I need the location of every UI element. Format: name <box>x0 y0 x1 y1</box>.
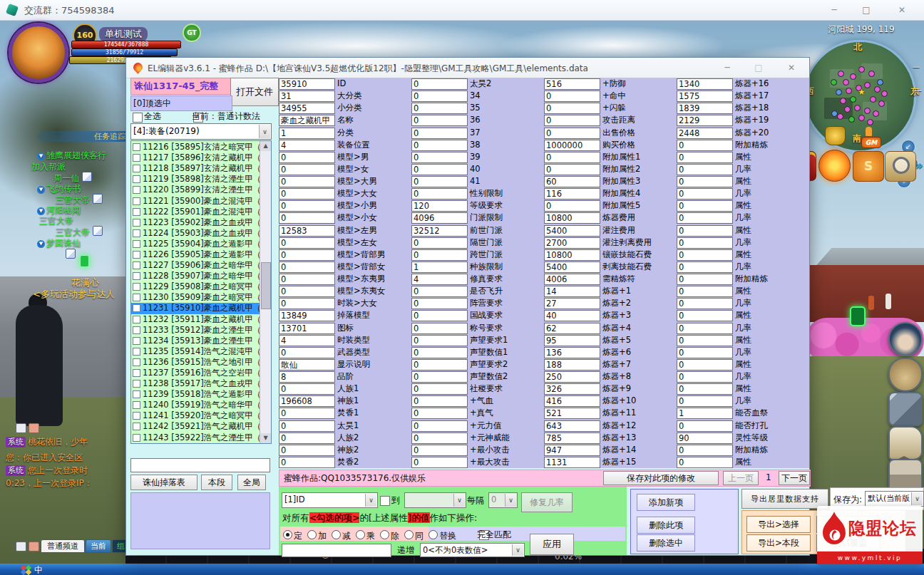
field-value-input[interactable]: 0 <box>279 298 335 309</box>
field-value-input[interactable]: 2700 <box>544 237 600 249</box>
item-checkbox[interactable] <box>133 348 140 356</box>
item-checkbox[interactable] <box>133 304 140 312</box>
to-checkbox[interactable] <box>380 496 390 506</box>
list-item[interactable]: 11216 [35895]玄清之暗冥甲（女 <box>131 142 260 152</box>
field-value-input[interactable]: 120 <box>411 200 468 212</box>
segment-button[interactable]: 本段 <box>201 475 232 490</box>
field-value-input[interactable]: 95 <box>544 335 600 346</box>
radio-7[interactable]: 替换 <box>428 531 456 541</box>
npc[interactable] <box>868 296 874 310</box>
field-value-input[interactable]: 1575 <box>677 90 733 102</box>
field-value-input[interactable]: 0 <box>677 152 733 163</box>
memo-box[interactable] <box>130 492 270 549</box>
zoom-tick[interactable]: 十 <box>915 87 922 97</box>
os-taskbar[interactable] <box>0 564 924 575</box>
field-value-input[interactable]: 0 <box>279 286 335 297</box>
field-value-input[interactable]: 0 <box>279 237 335 249</box>
chat-lock-icon[interactable] <box>16 542 26 551</box>
item-checkbox[interactable] <box>133 272 140 280</box>
radio-circle[interactable] <box>356 530 365 539</box>
radio-circle[interactable] <box>428 530 438 539</box>
quest-scroll-icon[interactable] <box>82 172 92 182</box>
field-value-input[interactable]: 0 <box>677 200 733 212</box>
radio-1[interactable]: 定 <box>283 531 302 541</box>
field-value-input[interactable]: 0 <box>677 347 733 358</box>
add-item-button[interactable]: 添加新项 <box>637 494 695 511</box>
list-item[interactable]: 11240 [35919]浩气之暗华甲（男 <box>131 400 260 410</box>
field-value-input[interactable]: 947 <box>544 445 600 456</box>
field-value-input[interactable]: 0 <box>677 298 733 309</box>
field-value-input[interactable]: 0 <box>411 90 468 102</box>
list-item[interactable]: 11236 [35915]浩气之地引甲（男 <box>131 357 260 368</box>
field-value-input[interactable]: 0 <box>411 395 468 407</box>
field-value-input[interactable]: 0 <box>677 212 733 224</box>
field-value-input[interactable]: 0 <box>411 188 468 200</box>
item-checkbox[interactable] <box>133 358 140 366</box>
field-value-input[interactable]: 10800 <box>544 249 600 261</box>
category-dropdown[interactable]: [4]:装备(20719) ∨ <box>130 123 272 140</box>
field-value-input[interactable]: 0 <box>279 212 335 224</box>
field-value-input[interactable]: 0 <box>411 152 468 163</box>
field-value-input[interactable]: 0 <box>677 286 733 297</box>
field-value-input[interactable]: 5400 <box>544 261 600 273</box>
field-value-input[interactable]: 250 <box>544 371 600 383</box>
item-checkbox[interactable] <box>133 261 140 269</box>
field-value-input[interactable]: 4 <box>279 140 335 151</box>
item-checkbox[interactable] <box>133 165 140 172</box>
field-value-input[interactable]: 27 <box>544 298 600 309</box>
field-value-input[interactable]: 0 <box>411 140 468 151</box>
list-item[interactable]: 11233 [35912]豪血之湮生甲（男 <box>131 325 260 336</box>
minimize-button[interactable]: ─ <box>823 3 845 17</box>
field-value-input[interactable]: 0 <box>411 347 468 358</box>
quest-scroll-icon[interactable] <box>888 426 923 460</box>
field-value-input[interactable]: 0 <box>677 176 733 187</box>
field-value-input[interactable]: 2129 <box>677 115 733 126</box>
item-checkbox[interactable] <box>133 219 140 227</box>
field-value-input[interactable]: 521 <box>544 408 600 419</box>
list-item[interactable]: 11232 [35911]豪血之藏机甲（女 <box>131 314 260 325</box>
field-value-input[interactable]: 1 <box>279 128 335 139</box>
chat-eraser-icon[interactable] <box>29 542 39 551</box>
field-value-input[interactable]: 0 <box>279 164 335 175</box>
field-value-input[interactable]: 0 <box>279 200 335 212</box>
field-value-input[interactable]: 0 <box>677 237 733 249</box>
delete-item-button[interactable]: 删除此项 <box>637 517 695 534</box>
field-value-input[interactable]: 0 <box>677 188 733 200</box>
field-value-input[interactable]: 0 <box>279 188 335 200</box>
field-value-input[interactable]: 4096 <box>411 212 468 224</box>
quest-scroll-icon[interactable] <box>66 249 76 259</box>
field-value-input[interactable]: 0 <box>677 164 733 175</box>
field-value-input[interactable]: 0 <box>279 249 335 261</box>
field-value-input[interactable]: 0 <box>411 176 468 187</box>
list-item[interactable]: 11237 [35916]浩气之空岩甲（男 <box>131 368 260 378</box>
field-value-input[interactable]: 0 <box>411 457 468 468</box>
field-value-input[interactable]: 0 <box>677 225 733 237</box>
list-item[interactable]: 11220 [35899]玄清之湮生甲（女 <box>131 185 260 195</box>
field-value-input[interactable]: 0 <box>411 115 468 126</box>
quest-scroll-icon[interactable] <box>93 226 103 236</box>
list-item[interactable]: 11227 [35906]豪血之暗华甲（男 <box>131 260 260 271</box>
field-value-input[interactable]: 13849 <box>279 310 335 321</box>
field-value-input[interactable]: 0 <box>411 249 468 261</box>
field-value-input[interactable]: 31 <box>279 90 335 102</box>
zoom-tick[interactable]: 一 <box>913 63 920 73</box>
item-checkbox[interactable] <box>133 154 140 162</box>
list-item[interactable]: 11241 [35920]浩气之暗冥甲（男 <box>131 410 260 421</box>
field-value-input[interactable]: 0 <box>279 274 335 285</box>
every-dropdown[interactable]: 0 ∨ <box>488 492 518 508</box>
list-item[interactable]: 11229 [35908]豪血之暗冥甲（男 <box>131 281 260 292</box>
list-item[interactable]: 11225 [35904]豪血之遁影甲（男 <box>131 239 260 249</box>
field-value-input[interactable]: 0 <box>411 335 468 346</box>
list-item[interactable]: 11217 [35896]玄清之藏机甲（男 <box>131 152 260 163</box>
field-value-input[interactable]: 0 <box>411 445 468 456</box>
open-file-button[interactable]: 打开文件 <box>230 78 279 106</box>
item-checkbox[interactable] <box>133 175 140 183</box>
field-value-input[interactable]: 0 <box>544 200 600 212</box>
radio-circle[interactable] <box>380 530 389 539</box>
field-value-input[interactable]: 14 <box>544 286 600 297</box>
field-value-input[interactable]: 0 <box>411 164 468 175</box>
inventory-bag-icon[interactable] <box>888 358 923 392</box>
delete-selected-button[interactable]: 删除选中 <box>637 534 695 551</box>
radio-circle[interactable] <box>283 530 292 539</box>
list-item[interactable]: 11219 [35898]玄清之湮生甲（男 <box>131 174 260 185</box>
